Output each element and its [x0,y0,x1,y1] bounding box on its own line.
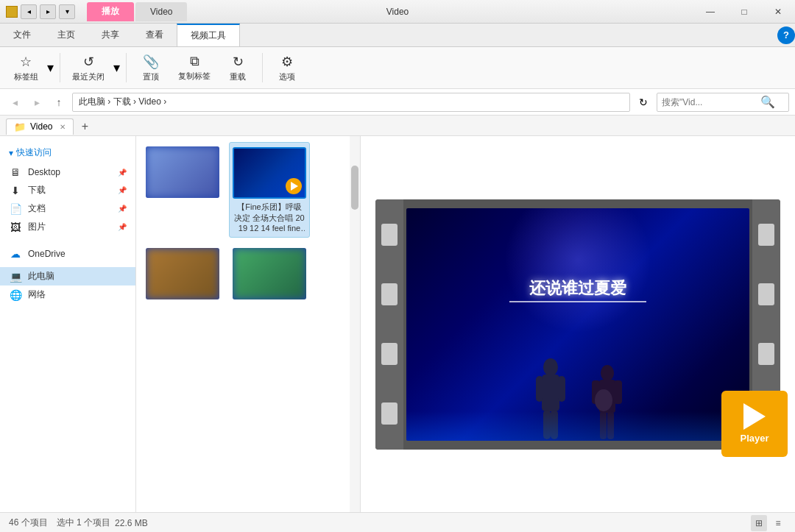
ribbon-btn-recent-close-label: 最近关闭 [72,71,105,82]
close-button[interactable]: ✕ [761,0,795,24]
ribbon-tab-share[interactable]: 共享 [88,24,132,46]
dropdown-arrow-icon-2[interactable]: ▾ [113,60,120,76]
ribbon-tab-file[interactable]: 文件 [0,24,44,46]
ribbon-btn-copy-tab-label: 复制标签 [178,71,211,82]
file-thumbnail-3 [233,248,306,299]
ribbon-tab-home-label: 主页 [57,29,75,41]
address-bar: ◂ ▸ ↑ 此电脑 › 下载 › Video › ↻ 🔍 [0,89,795,116]
list-item-selected[interactable]: 【Fine乐团】呼吸决定 全场大合唱 2019 12 14 feel fine … [229,142,310,238]
onedrive-icon: ☁ [9,248,22,260]
tab-video[interactable]: Video [135,2,187,21]
window-title: Video [386,7,409,17]
film-hole [381,283,398,305]
list-view-button[interactable]: ≡ [770,515,786,531]
ribbon-btn-recent-close[interactable]: ↺ 最近关闭 [66,50,110,85]
reload-icon: ↻ [233,54,244,70]
minimize-button[interactable]: — [693,0,727,24]
title-back-btn[interactable]: ◂ [21,4,37,19]
film-screen-content: 还说谁过夏爱 [406,208,749,441]
file-list-area[interactable]: 【Fine乐团】呼吸决定 全场大合唱 2019 12 14 feel fine … [136,136,361,512]
sidebar-item-desktop[interactable]: 🖥 Desktop 📌 [0,163,135,181]
file-tab-folder-icon: 📁 [14,121,26,132]
scrollbar-track[interactable] [350,136,360,512]
film-hole [758,343,774,365]
maximize-button[interactable]: □ [727,0,761,24]
sidebar-download-label: 下载 [28,184,46,196]
sidebar-item-onedrive[interactable]: ☁ OneDrive [0,245,135,263]
refresh-button[interactable]: ↻ [635,93,652,111]
ribbon-tab-share-label: 共享 [102,29,119,41]
sidebar-documents-label: 文档 [28,202,46,215]
ribbon-btn-tag-group[interactable]: ☆ 标签组 [7,50,44,85]
concert-underline [509,301,646,302]
file-grid: 【Fine乐团】呼吸决定 全场大合唱 2019 12 14 feel fine … [136,136,360,313]
file-thumbnail-selected [233,147,306,199]
quick-access-label: 快速访问 [16,146,52,159]
pin-indicator-2: 📌 [118,186,127,194]
film-hole [758,224,774,246]
separator-1 [60,53,60,82]
film-hole [381,402,398,425]
up-button[interactable]: ↑ [50,93,68,111]
ribbon-btn-copy-tab[interactable]: ⧉ 复制标签 [172,50,216,85]
add-tab-button[interactable]: + [77,118,93,135]
sidebar-item-download[interactable]: ⬇ 下载 📌 [0,181,135,199]
film-hole [381,224,398,246]
sidebar-this-pc-label: 此电脑 [28,270,54,283]
search-input[interactable] [662,97,757,107]
back-button[interactable]: ◂ [6,93,24,111]
desktop-icon: 🖥 [9,166,22,178]
tab-playback[interactable]: 播放 [87,2,134,21]
forward-button[interactable]: ▸ [28,93,46,111]
title-forward-btn[interactable]: ▸ [40,4,56,19]
ribbon-tab-view-label: 查看 [146,29,163,41]
player-label: Player [740,433,768,444]
separator-2 [126,53,127,82]
file-thumbnail [146,146,219,198]
folder-icon [6,6,18,18]
sidebar-item-this-pc[interactable]: 💻 此电脑 [0,267,135,285]
scrollbar-thumb[interactable] [351,166,358,210]
film-hole [381,343,398,365]
ribbon-btn-reload-label: 重载 [230,71,246,82]
quick-access-header[interactable]: ▾ 快速访问 [0,142,135,163]
options-icon: ⚙ [281,54,293,70]
stage-glow [406,411,749,441]
ribbon-btn-pin[interactable]: 📎 置顶 [132,50,169,85]
film-hole [758,283,774,305]
recent-close-icon: ↺ [83,54,94,70]
ribbon-tab-view[interactable]: 查看 [132,24,177,46]
ribbon-tab-home[interactable]: 主页 [44,24,88,46]
ribbon-btn-options[interactable]: ⚙ 选项 [269,50,305,85]
ribbon-tab-video-tools[interactable]: 视频工具 [177,24,240,46]
ribbon-btn-reload[interactable]: ↻ 重载 [219,50,256,85]
main-area: ▾ 快速访问 🖥 Desktop 📌 ⬇ 下载 📌 📄 文档 📌 🖼 图片 📌 … [0,136,795,512]
file-tab-label: Video [30,121,52,132]
file-tab-close-icon[interactable]: ✕ [60,123,66,131]
address-path[interactable]: 此电脑 › 下载 › Video › [72,93,630,112]
sidebar-item-network[interactable]: 🌐 网络 [0,285,135,304]
ribbon-tab-video-tools-label: 视频工具 [191,29,226,42]
file-thumbnail-2 [146,248,219,299]
sidebar: ▾ 快速访问 🖥 Desktop 📌 ⬇ 下载 📌 📄 文档 📌 🖼 图片 📌 … [0,136,136,512]
ribbon-tab-file-label: 文件 [13,29,31,41]
list-item-3[interactable] [229,244,310,307]
title-down-btn[interactable]: ▾ [59,4,75,19]
sidebar-item-documents[interactable]: 📄 文档 📌 [0,199,135,218]
svg-rect-9 [614,380,622,404]
list-item[interactable] [142,142,223,238]
sidebar-item-pictures[interactable]: 🖼 图片 📌 [0,218,135,236]
search-box[interactable]: 🔍 [657,93,789,112]
large-icons-view-button[interactable]: ⊞ [751,515,767,531]
ribbon-content: ☆ 标签组 ▾ ↺ 最近关闭 ▾ 📎 置顶 ⧉ 复制标签 ↻ 重载 ⚙ [0,47,795,88]
selected-size: 22.6 MB [115,518,148,528]
documents-icon: 📄 [9,203,22,215]
file-tab-video[interactable]: 📁 Video ✕ [6,118,74,135]
dropdown-arrow-icon[interactable]: ▾ [47,60,54,76]
help-button[interactable]: ? [777,26,795,44]
svg-rect-3 [558,376,565,402]
separator-3 [262,53,263,82]
network-icon: 🌐 [9,289,22,301]
tag-group-icon: ☆ [20,54,32,70]
list-item-2[interactable] [142,244,223,307]
